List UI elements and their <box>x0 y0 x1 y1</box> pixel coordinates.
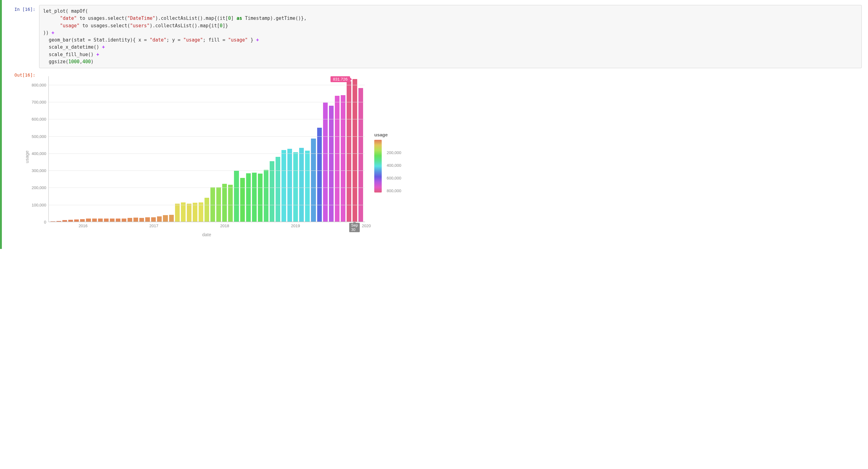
hover-x-indicator: Sep 30 <box>349 223 360 232</box>
legend-gradient <box>374 140 382 193</box>
bar[interactable] <box>187 204 191 222</box>
bar[interactable] <box>74 220 79 222</box>
bar[interactable] <box>122 219 126 222</box>
bar[interactable] <box>323 103 328 222</box>
bar-chart[interactable]: usage 831.726 Sep 30 0100,000200,000300,… <box>49 76 365 237</box>
bar[interactable] <box>163 215 167 222</box>
bar[interactable] <box>305 150 310 222</box>
legend-tick: 600,000 <box>387 175 401 180</box>
bar[interactable] <box>258 174 262 222</box>
bar[interactable] <box>216 187 221 222</box>
bar[interactable] <box>299 148 304 222</box>
bar[interactable] <box>205 198 209 222</box>
bar[interactable] <box>240 178 245 222</box>
out-prompt: Out[16]: <box>2 71 39 77</box>
y-tick: 100,000 <box>32 202 46 207</box>
bar[interactable] <box>341 95 345 222</box>
bar[interactable] <box>175 204 180 222</box>
bar[interactable] <box>181 202 186 222</box>
bar[interactable] <box>145 217 150 222</box>
bar[interactable] <box>293 152 298 222</box>
legend-title: usage <box>374 132 388 137</box>
bar[interactable] <box>104 219 108 222</box>
y-tick: 800,000 <box>32 82 46 87</box>
y-tick: 600,000 <box>32 117 46 122</box>
bar[interactable] <box>222 184 227 222</box>
bar[interactable] <box>329 106 334 222</box>
bar[interactable] <box>276 157 280 222</box>
bar[interactable] <box>110 219 115 222</box>
bar[interactable] <box>352 79 357 222</box>
x-tick: 2020 <box>362 224 371 228</box>
bar[interactable] <box>133 217 138 222</box>
legend-tick: 400,000 <box>387 163 401 167</box>
y-tick: 0 <box>44 220 46 225</box>
x-tick: 2018 <box>220 224 229 228</box>
y-tick: 300,000 <box>32 168 46 173</box>
in-prompt: In [16]: <box>2 5 39 12</box>
bar[interactable] <box>128 218 132 222</box>
bar[interactable] <box>234 170 239 222</box>
bar[interactable] <box>210 187 215 222</box>
code-input[interactable]: let_plot( mapOf( "date" to usages.select… <box>39 5 862 68</box>
x-tick: 2017 <box>149 224 158 228</box>
bar[interactable] <box>198 202 203 222</box>
bar[interactable] <box>92 219 97 222</box>
bar[interactable] <box>62 220 67 222</box>
legend-tick: 200,000 <box>387 150 401 155</box>
legend-tick: 800,000 <box>387 188 401 193</box>
bar[interactable] <box>57 221 61 222</box>
bar[interactable] <box>51 221 55 222</box>
bar[interactable] <box>169 215 174 222</box>
bar[interactable] <box>317 128 322 222</box>
bar[interactable] <box>246 173 251 222</box>
bar[interactable] <box>140 218 144 222</box>
bar[interactable] <box>116 219 120 222</box>
bar[interactable] <box>193 203 197 222</box>
color-legend: usage 200,000400,000600,000800,000 <box>374 76 388 193</box>
bar[interactable] <box>264 170 269 222</box>
bar[interactable] <box>151 217 156 222</box>
hover-tooltip: 831.726 <box>331 76 350 82</box>
y-tick: 200,000 <box>32 186 46 190</box>
bar[interactable] <box>98 219 103 222</box>
notebook-cell-container: In [16]: let_plot( mapOf( "date" to usag… <box>0 0 868 249</box>
bar[interactable] <box>228 185 233 222</box>
output-cell: Out[16]: usage 831.726 Sep 30 0100,00020… <box>2 71 862 240</box>
bar[interactable] <box>335 96 340 222</box>
bar[interactable] <box>68 220 73 222</box>
x-axis-label: date <box>49 232 365 237</box>
y-tick: 700,000 <box>32 100 46 104</box>
bar[interactable] <box>86 219 91 222</box>
y-tick: 400,000 <box>32 151 46 156</box>
bar[interactable] <box>80 219 85 222</box>
bar[interactable] <box>359 88 363 222</box>
bar[interactable] <box>157 216 162 222</box>
x-tick: 2016 <box>79 224 88 228</box>
bar[interactable] <box>281 150 286 222</box>
y-axis-label: usage <box>24 150 29 163</box>
bar[interactable] <box>287 149 292 222</box>
bar[interactable] <box>270 161 274 222</box>
y-tick: 500,000 <box>32 134 46 139</box>
x-tick: 2019 <box>291 224 300 228</box>
bar[interactable] <box>311 139 316 222</box>
bar[interactable] <box>252 173 257 222</box>
input-cell: In [16]: let_plot( mapOf( "date" to usag… <box>2 5 862 68</box>
